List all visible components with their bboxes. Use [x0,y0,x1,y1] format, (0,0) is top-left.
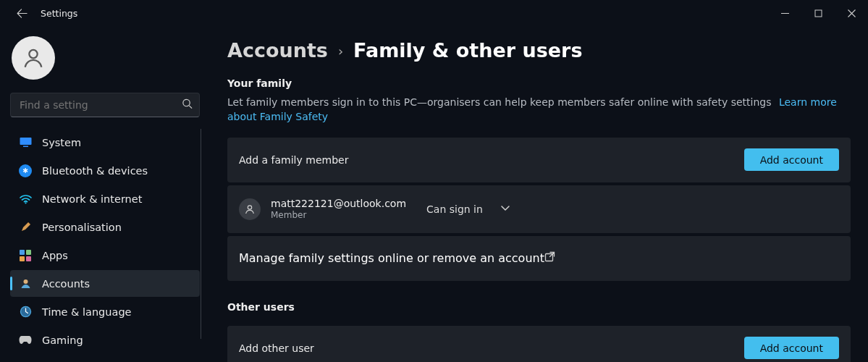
member-avatar [239,198,261,220]
svg-rect-0 [815,10,822,17]
chevron-down-icon[interactable] [500,202,510,216]
user-avatar[interactable] [12,36,55,80]
svg-rect-7 [26,250,31,255]
page-title: Family & other users [353,39,582,62]
chevron-right-icon: › [338,43,343,59]
search-icon [182,98,193,112]
add-family-account-button[interactable]: Add account [744,148,839,171]
nav-item-time-language[interactable]: Time & language [10,298,200,325]
nav-list: System ∗ Bluetooth & devices Network & i… [10,129,200,353]
member-status: Can sign in [426,203,483,215]
other-users-heading: Other users [227,301,851,313]
svg-rect-4 [23,146,28,148]
add-family-label: Add a family member [239,154,348,166]
close-icon [848,9,856,17]
svg-point-10 [23,279,28,284]
svg-rect-8 [20,256,25,261]
svg-point-1 [29,50,37,58]
nav-item-gaming[interactable]: Gaming [10,327,200,353]
back-button[interactable] [12,3,32,23]
scroll-indicator [201,129,201,339]
svg-point-2 [183,99,190,106]
add-other-user-row: Add other user Add account [227,326,851,362]
maximize-button[interactable] [801,0,835,26]
add-other-label: Add other user [239,342,314,354]
svg-point-12 [248,205,251,209]
your-family-description: Let family members sign in to this PC—or… [227,95,851,125]
family-member-row[interactable]: matt222121@outlook.com Member Can sign i… [227,185,851,233]
nav-item-system[interactable]: System [10,129,200,156]
nav-label: Gaming [42,334,83,346]
manage-family-row[interactable]: Manage family settings online or remove … [227,236,851,281]
close-button[interactable] [835,0,868,26]
svg-rect-3 [20,138,31,145]
wifi-icon [19,193,32,206]
nav-label: Time & language [42,306,132,318]
gamepad-icon [19,334,32,347]
breadcrumb-parent[interactable]: Accounts [227,39,328,62]
nav-item-apps[interactable]: Apps [10,242,200,269]
member-role: Member [271,210,406,220]
arrow-left-icon [17,8,28,19]
minimize-icon [781,9,789,17]
search-field[interactable] [10,93,200,117]
globe-clock-icon [19,306,32,319]
bluetooth-icon: ∗ [19,164,32,177]
person-icon [21,46,46,70]
breadcrumb: Accounts › Family & other users [227,39,851,62]
nav-item-bluetooth[interactable]: ∗ Bluetooth & devices [10,157,200,184]
nav-label: Network & internet [42,193,142,205]
open-external-icon [544,251,555,265]
accounts-icon [19,277,32,290]
display-icon [19,136,32,149]
minimize-button[interactable] [768,0,801,26]
nav-label: Apps [42,250,68,261]
paintbrush-icon [19,221,32,234]
svg-point-5 [25,202,26,203]
main-content: Accounts › Family & other users Your fam… [210,26,868,362]
svg-rect-9 [26,256,31,261]
sidebar: System ∗ Bluetooth & devices Network & i… [0,26,210,362]
nav-label: System [42,137,81,148]
family-desc-text: Let family members sign in to this PC—or… [227,96,771,108]
your-family-heading: Your family [227,77,851,89]
svg-rect-6 [20,250,25,255]
search-input[interactable] [10,93,200,117]
maximize-icon [814,9,822,17]
add-family-member-row: Add a family member Add account [227,138,851,182]
person-icon [244,203,256,215]
nav-label: Bluetooth & devices [42,165,148,177]
nav-label: Accounts [42,278,90,290]
apps-icon [19,249,32,262]
nav-item-network[interactable]: Network & internet [10,185,200,212]
nav-label: Personalisation [42,222,122,233]
member-email: matt222121@outlook.com [271,198,406,209]
nav-item-personalisation[interactable]: Personalisation [10,214,200,240]
titlebar: Settings [0,0,868,26]
nav-item-accounts[interactable]: Accounts [10,270,200,297]
window-title: Settings [41,8,77,19]
manage-family-label: Manage family settings online or remove … [239,251,544,265]
add-other-account-button[interactable]: Add account [744,337,839,359]
